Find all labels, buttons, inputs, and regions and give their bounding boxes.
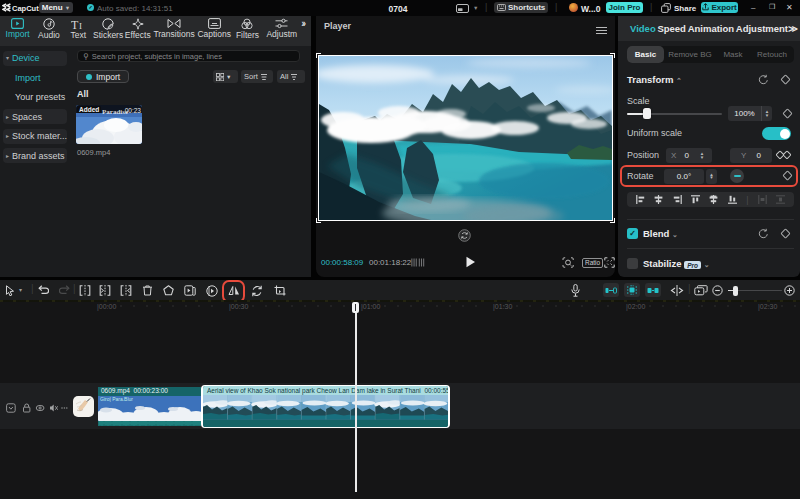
svg-text:|02:00: |02:00 bbox=[626, 303, 645, 311]
svg-text:T: T bbox=[71, 18, 79, 30]
svg-text:I: I bbox=[79, 21, 82, 31]
svg-text:|02:30: |02:30 bbox=[758, 303, 777, 311]
svg-text:|01:30: |01:30 bbox=[493, 303, 512, 311]
svg-text:|00:30: |00:30 bbox=[229, 303, 248, 311]
svg-text:|00:00: |00:00 bbox=[97, 303, 116, 311]
svg-text:|01:00: |01:00 bbox=[361, 303, 380, 311]
